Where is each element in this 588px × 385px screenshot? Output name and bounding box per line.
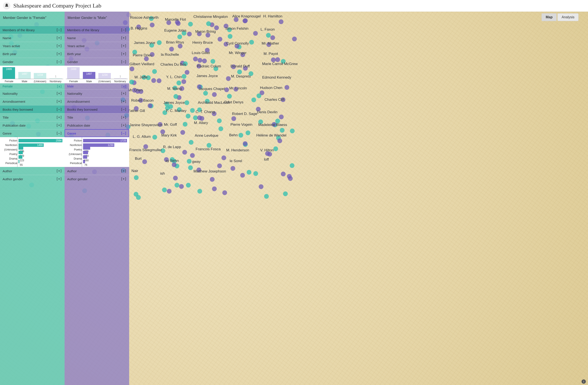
map-dot[interactable]	[186, 114, 190, 118]
map-dot[interactable]	[177, 34, 182, 39]
map-dot[interactable]	[142, 159, 147, 164]
map-dot[interactable]	[253, 31, 258, 36]
map-dot[interactable]	[177, 107, 182, 112]
map-dot[interactable]	[186, 183, 191, 188]
facet-arrondissement[interactable]: Arrondissement[+]	[64, 97, 129, 105]
map-dot[interactable]	[283, 192, 288, 196]
map-dot[interactable]	[148, 103, 152, 108]
map-dot[interactable]	[218, 37, 222, 42]
map-dot[interactable]	[249, 71, 253, 76]
map-dot[interactable]	[279, 19, 283, 24]
facet-title[interactable]: Title[+]	[64, 113, 129, 121]
map-dot[interactable]	[238, 133, 243, 138]
section-members[interactable]: Members of the library[–]	[64, 26, 129, 34]
map-dot[interactable]	[259, 184, 263, 189]
map-dot[interactable]	[173, 176, 178, 180]
map-dot[interactable]	[178, 44, 183, 48]
map-dot[interactable]	[228, 34, 232, 39]
map-dot[interactable]	[149, 43, 154, 48]
map-dot[interactable]	[249, 40, 254, 44]
facet-years-active[interactable]: Years active[+]	[64, 42, 129, 50]
map-dot[interactable]	[179, 184, 184, 189]
map-dot[interactable]	[205, 99, 210, 104]
map-dot[interactable]	[281, 97, 285, 102]
section-books[interactable]: Books they borrowed[–]	[64, 105, 129, 113]
map-dot[interactable]	[157, 78, 161, 83]
view-map-button[interactable]: Map	[542, 13, 557, 21]
map-dot[interactable]	[233, 87, 238, 91]
map-dot[interactable]	[218, 126, 223, 131]
facet-genre[interactable]: Genre[–]	[0, 129, 64, 137]
map-dot[interactable]	[134, 192, 138, 197]
facet-title[interactable]: Title[+]	[0, 113, 64, 121]
map-dot[interactable]	[265, 151, 270, 156]
map-dot[interactable]	[168, 104, 173, 109]
map-dot[interactable]	[183, 61, 188, 66]
map-dot[interactable]	[227, 27, 232, 32]
map-dot[interactable]	[217, 118, 222, 123]
facet-birth-year[interactable]: Birth year[+]	[64, 50, 129, 58]
map-dot[interactable]	[134, 175, 139, 180]
active-filter-chip[interactable]: Male[x]	[64, 83, 129, 89]
map-dot[interactable]	[188, 22, 193, 26]
map-dot[interactable]	[172, 162, 176, 167]
map-dot[interactable]	[181, 79, 186, 84]
map-dot[interactable]	[173, 94, 178, 99]
genre-chart[interactable]: Fiction1725Nonfiction1230Poetry276(Unkno…	[64, 137, 129, 167]
map-dot[interactable]	[132, 50, 137, 54]
map-dot[interactable]	[213, 66, 218, 71]
gender-chart[interactable]: 2499149712341FemaleMale(Unknown)Nonbinar…	[0, 66, 64, 83]
facet-nationality[interactable]: Nationality[+]	[64, 89, 129, 97]
map-dot[interactable]	[142, 75, 146, 80]
map-dot[interactable]	[290, 128, 295, 133]
map-dot[interactable]	[150, 52, 154, 57]
facet-years-active[interactable]: Years active[+]	[0, 42, 64, 50]
map-dot[interactable]	[264, 194, 269, 199]
clear-filter-icon[interactable]: [x]	[121, 85, 126, 88]
facet-gender[interactable]: Gender[–]	[0, 58, 64, 66]
map-dot[interactable]	[136, 24, 141, 29]
facet-arrondissement[interactable]: Arrondissement[+]	[0, 97, 64, 105]
map-dot[interactable]	[157, 40, 162, 45]
map-dot[interactable]	[253, 171, 258, 176]
map-dot[interactable]	[221, 155, 226, 160]
active-filter-chip[interactable]: Female[x]	[0, 83, 64, 89]
map-dot[interactable]	[185, 100, 189, 105]
map-dot[interactable]	[224, 24, 228, 28]
gender-chart[interactable]: 2499149712341FemaleMale(Unknown)Nonbinar…	[64, 66, 129, 83]
map-dot[interactable]	[180, 130, 185, 135]
map-dot[interactable]	[175, 183, 179, 188]
map-dot[interactable]	[273, 147, 278, 151]
map-dot[interactable]	[212, 111, 216, 116]
map-dot[interactable]	[206, 21, 211, 26]
map-dot[interactable]	[256, 107, 261, 111]
map-dot[interactable]	[197, 85, 202, 89]
map-dot[interactable]	[279, 115, 284, 119]
map-dot[interactable]	[169, 47, 174, 51]
map-dot[interactable]	[138, 98, 143, 103]
map-dot[interactable]	[237, 69, 242, 74]
map-dot[interactable]	[212, 92, 217, 97]
map-dot[interactable]	[202, 59, 207, 63]
map-dot[interactable]	[150, 22, 154, 27]
clear-filter-icon[interactable]: [x]	[57, 85, 62, 88]
map-dot[interactable]	[205, 48, 210, 53]
map-dot[interactable]	[231, 64, 236, 69]
map-dot[interactable]	[197, 189, 202, 193]
map-dot[interactable]	[275, 57, 280, 62]
map-dot[interactable]	[182, 31, 186, 36]
map-dot[interactable]	[240, 173, 245, 178]
map-dot[interactable]	[182, 74, 186, 79]
map-dot[interactable]	[247, 170, 252, 175]
facet-publication-date[interactable]: Publication date[+]	[0, 121, 64, 129]
facet-name[interactable]: Name[+]	[0, 34, 64, 42]
map-dot[interactable]	[196, 64, 201, 68]
map-dot[interactable]	[129, 66, 134, 71]
facet-publication-date[interactable]: Publication date[+]	[64, 121, 129, 129]
facet-author[interactable]: Author[+]	[0, 167, 64, 175]
facet-name[interactable]: Name[+]	[64, 34, 129, 42]
map-dot[interactable]	[212, 187, 217, 191]
facet-author-gender[interactable]: Author gender[+]	[64, 175, 129, 183]
map-dot[interactable]	[217, 163, 222, 168]
map-dot[interactable]	[243, 19, 247, 23]
